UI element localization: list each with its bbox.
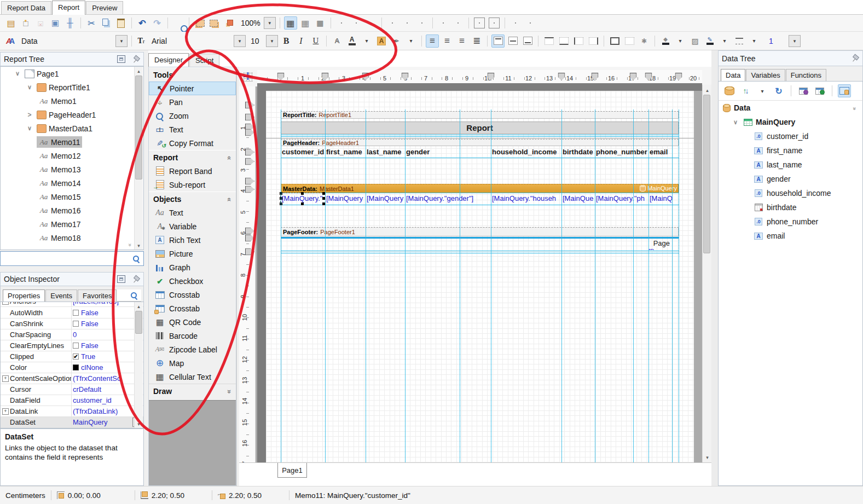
canvas-scrollbar[interactable]: ▴ ▾ [702, 85, 711, 462]
data-memo[interactable]: [MainQ [648, 193, 679, 205]
inspector-tab[interactable]: Favorites [78, 289, 117, 302]
window-tab[interactable]: Report [52, 1, 85, 15]
data-tree-button[interactable] [797, 84, 810, 97]
report-title-memo[interactable]: Report [281, 121, 679, 134]
toolbar-button[interactable] [34, 16, 47, 30]
tool-item[interactable]: Checkbox [149, 274, 236, 288]
toolbar-button[interactable] [208, 16, 221, 30]
data-tree-button[interactable] [756, 84, 769, 97]
chevron-down-icon[interactable]: ▾ [264, 17, 276, 29]
toolbar-button[interactable] [172, 16, 185, 30]
search-icon[interactable] [130, 291, 138, 300]
pin-icon[interactable] [132, 275, 140, 283]
line-width-combobox[interactable]: 1 ▾ [766, 34, 801, 48]
property-value[interactable]: MainQuery [73, 418, 108, 426]
toolbar-button[interactable] [4, 16, 18, 30]
toolbar-button[interactable] [524, 16, 537, 30]
tree-item[interactable]: Memo13 [1, 163, 143, 176]
checkbox[interactable] [73, 321, 79, 327]
data-memo[interactable]: [MainQuery." [281, 193, 325, 205]
field-node[interactable]: household_income [719, 186, 862, 200]
toolbar-button[interactable] [223, 16, 236, 30]
data-root-node[interactable]: Data » [719, 101, 862, 115]
tool-item[interactable]: Text [149, 206, 236, 219]
pin-icon[interactable] [851, 54, 859, 62]
column-header-memo[interactable]: household_income [491, 146, 561, 158]
band-page-footer[interactable]: PageFooter: PageFooter1 [281, 227, 679, 236]
exp-closed[interactable] [25, 111, 34, 119]
tree-search-field[interactable] [0, 251, 144, 266]
format-button[interactable] [542, 34, 555, 48]
tool-item[interactable]: Graph [149, 260, 236, 274]
data-tree-button[interactable] [838, 84, 851, 97]
data-memo[interactable]: [MainQuery [366, 193, 405, 205]
data-memo[interactable]: [MainQuery [325, 193, 366, 205]
scroll-thumb[interactable] [703, 95, 710, 253]
data-tree-tab[interactable]: Data [721, 69, 745, 81]
data-tree-button[interactable] [739, 84, 752, 97]
format-button[interactable] [674, 34, 687, 48]
band-master-data[interactable]: MasterData: MasterData1 MainQuery [281, 184, 679, 193]
scroll-up-icon[interactable]: ▴ [135, 302, 143, 310]
guide-line[interactable] [281, 135, 679, 135]
property-value[interactable]: (TfrxDataLink) [73, 407, 118, 415]
tool-item[interactable]: Barcode [149, 329, 236, 343]
dock-window-icon[interactable] [117, 275, 125, 283]
column-guide[interactable] [679, 109, 679, 462]
column-guide[interactable] [325, 109, 326, 462]
property-value[interactable]: False [81, 309, 99, 317]
page-number-memo[interactable]: Page [595, 239, 670, 248]
format-button[interactable] [280, 34, 293, 48]
property-row[interactable]: Color clNone ▾ [1, 362, 143, 373]
tool-item[interactable]: Crosstab [149, 288, 236, 302]
toolbar-button[interactable] [114, 16, 128, 30]
property-value[interactable]: True [81, 352, 95, 361]
toolbar-button[interactable] [299, 16, 312, 30]
format-button[interactable] [404, 34, 418, 48]
format-button[interactable] [703, 34, 716, 48]
toolbar-button[interactable] [437, 16, 450, 30]
property-value[interactable]: False [81, 341, 99, 350]
data-memo[interactable]: [MainQuery."househ [491, 193, 561, 205]
scrollbar[interactable]: ▴ ▾ [134, 302, 143, 428]
panel-splitter[interactable] [144, 50, 148, 486]
designer-tab[interactable]: Designer [148, 53, 189, 67]
band-page-header[interactable]: PageHeader: PageHeader1 [281, 139, 679, 146]
query-node[interactable]: MainQuery [719, 115, 862, 129]
inspector-search-field[interactable] [117, 289, 141, 302]
toolbar-button[interactable] [335, 16, 348, 30]
property-value[interactable]: customer_id [73, 396, 112, 404]
data-memo[interactable]: [MainQuery."gender"] [405, 193, 491, 205]
tree-item[interactable]: Memo14 [1, 176, 143, 190]
style-combobox[interactable]: Data ▾ [18, 34, 128, 48]
collapse-chevron-icon[interactable] [228, 154, 231, 162]
property-row[interactable]: AutoWidth False ▾ [1, 308, 143, 318]
data-memo[interactable]: [MainQuery."ph [595, 193, 648, 205]
tree-item[interactable]: Memo17 [1, 217, 143, 231]
checkbox[interactable] [73, 310, 79, 316]
tree-item[interactable]: Memo11 [1, 135, 143, 149]
toolbar-button[interactable] [284, 16, 297, 30]
property-row[interactable]: ClearEmptyLines False ▾ [1, 340, 143, 351]
property-value[interactable]: 0 [73, 331, 77, 339]
page-tab[interactable]: Page1 [277, 463, 307, 478]
checkbox[interactable] [73, 354, 79, 360]
overflow-chevron-icon[interactable]: » [128, 244, 134, 246]
window-tab[interactable]: Preview [86, 1, 123, 14]
format-button[interactable] [587, 34, 600, 48]
tool-item[interactable]: Crosstab [149, 302, 236, 315]
format-button[interactable] [718, 34, 731, 48]
panel-splitter[interactable] [711, 50, 718, 486]
scroll-thumb[interactable] [135, 311, 142, 334]
exp-open[interactable] [25, 125, 34, 132]
column-header-memo[interactable]: email [648, 146, 679, 158]
tool-item[interactable]: Pointer [149, 82, 236, 95]
toolbar-button[interactable] [386, 16, 399, 30]
scroll-thumb[interactable] [135, 76, 142, 179]
column-header-memo[interactable]: phone_number [595, 146, 648, 158]
tool-item[interactable]: Zipcode Label [149, 343, 236, 356]
toolbar-button[interactable] [136, 16, 149, 30]
column-header-memo[interactable]: birthdate [561, 146, 595, 158]
inspector-tab[interactable]: Events [45, 289, 77, 302]
property-value[interactable]: False [81, 320, 99, 328]
